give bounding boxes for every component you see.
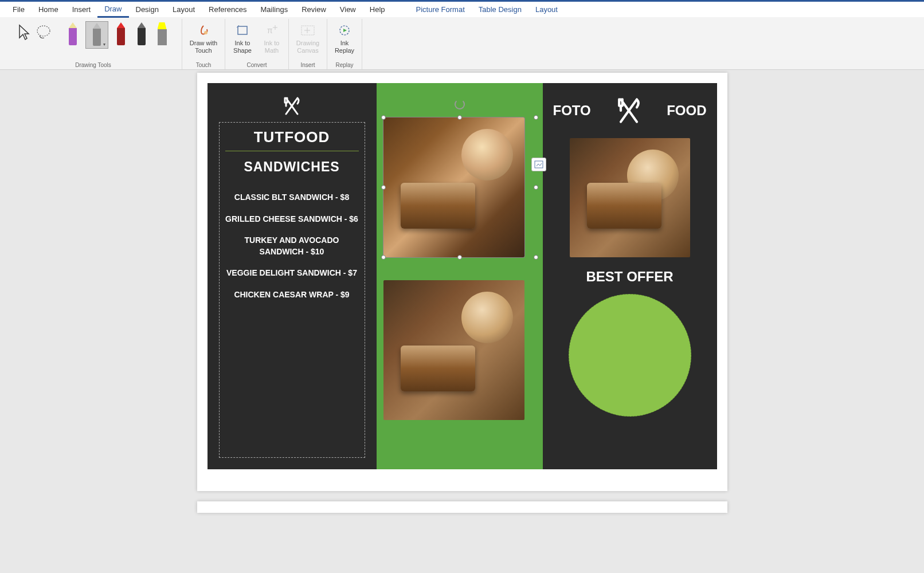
tab-mailings[interactable]: Mailings (254, 2, 295, 17)
select-tool[interactable] (17, 21, 32, 44)
selection-handle-tc[interactable] (457, 115, 462, 120)
tab-review[interactable]: Review (295, 2, 333, 17)
flyer-right-panel: FOTO FOOD BEST OFFER (543, 83, 717, 469)
ink-replay-button[interactable]: Ink Replay (332, 21, 357, 56)
lasso-tool[interactable] (36, 21, 51, 44)
tab-view[interactable]: View (333, 2, 363, 17)
menu-item: CHICKEN CAESAR WRAP - $9 (225, 289, 359, 301)
touch-icon (195, 22, 212, 38)
tab-table-design[interactable]: Table Design (472, 2, 528, 17)
selection-handle-bc[interactable] (457, 255, 462, 260)
chevron-down-icon[interactable]: ▾ (103, 42, 105, 47)
pen-gray[interactable]: ▾ (85, 21, 108, 49)
tab-picture-format[interactable]: Picture Format (409, 2, 472, 17)
svg-text:π: π (267, 26, 273, 35)
tab-home[interactable]: Home (32, 2, 65, 17)
tab-layout[interactable]: Layout (166, 2, 202, 17)
selection-handle-tr[interactable] (534, 115, 538, 120)
selection-handle-tl[interactable] (381, 115, 386, 120)
best-offer-label: BEST OFFER (586, 269, 673, 285)
next-page[interactable] (197, 501, 727, 513)
page[interactable]: TUTFOOD SANDWICHES CLASSIC BLT SANDWICH … (197, 73, 727, 491)
food-image-1[interactable] (383, 117, 524, 257)
selection-handle-bl[interactable] (381, 255, 386, 260)
svg-rect-2 (238, 26, 247, 34)
ink-to-math-button: π Ink to Math (260, 21, 284, 56)
offer-circle[interactable] (569, 294, 691, 417)
layout-options-button[interactable] (531, 158, 546, 171)
group-label-drawing-tools: Drawing Tools (75, 61, 111, 69)
utensils-icon (613, 95, 645, 127)
menu-box[interactable]: TUTFOOD SANDWICHES CLASSIC BLT SANDWICH … (219, 122, 365, 458)
tab-references[interactable]: References (202, 2, 253, 17)
group-label-replay: Replay (335, 61, 353, 69)
logo-text-left: FOTO (553, 103, 591, 119)
menu-category: SANDWICHES (225, 159, 359, 175)
rotate-handle[interactable] (455, 99, 465, 109)
selected-image-wrapper[interactable] (383, 117, 536, 257)
menu-item: VEGGIE DELIGHT SANDWICH - $7 (225, 268, 359, 279)
logo-text-right: FOOD (667, 103, 706, 119)
flyer-left-panel: TUTFOOD SANDWICHES CLASSIC BLT SANDWICH … (207, 83, 377, 469)
food-image-2[interactable] (383, 280, 524, 420)
group-label-touch: Touch (196, 61, 212, 69)
tab-insert[interactable]: Insert (65, 2, 98, 17)
menu-title: TUTFOOD (225, 128, 359, 151)
layout-options-icon (534, 160, 543, 168)
svg-point-0 (37, 26, 50, 36)
draw-with-touch-button[interactable]: Draw with Touch (187, 21, 220, 56)
food-image-3[interactable] (570, 138, 690, 257)
ink-shape-icon (234, 22, 250, 38)
svg-point-1 (204, 31, 207, 34)
ink-to-shape-button[interactable]: Ink to Shape (230, 21, 255, 56)
ribbon-toolbar: ▾ Drawing Tools Draw with Touch Touch (0, 17, 924, 70)
selection-handle-mr[interactable] (534, 185, 538, 190)
group-label-convert: Convert (246, 61, 267, 69)
highlighter-yellow[interactable] (154, 21, 170, 49)
ink-math-icon: π (264, 22, 280, 38)
document-area[interactable]: TUTFOOD SANDWICHES CLASSIC BLT SANDWICH … (0, 70, 924, 573)
ribbon-tabs: File Home Insert Draw Design Layout Refe… (0, 0, 924, 17)
canvas-icon (300, 22, 316, 38)
menu-item: GRILLED CHEESE SANDWICH - $6 (225, 214, 359, 225)
pen-black[interactable] (134, 21, 150, 49)
tab-help[interactable]: Help (363, 2, 392, 17)
menu-item: CLASSIC BLT SANDWICH - $8 (225, 192, 359, 203)
flyer: TUTFOOD SANDWICHES CLASSIC BLT SANDWICH … (207, 83, 717, 469)
menu-item: TURKEY AND AVOCADO SANDWICH - $10 (225, 235, 359, 257)
flyer-middle-panel (377, 83, 543, 469)
utensils-icon (280, 95, 303, 117)
selection-handle-ml[interactable] (381, 185, 386, 190)
tab-file[interactable]: File (6, 2, 32, 17)
pen-purple[interactable] (65, 21, 81, 49)
tab-design[interactable]: Design (129, 2, 166, 17)
group-label-insert: Insert (300, 61, 315, 69)
tab-table-layout[interactable]: Layout (528, 2, 565, 17)
selection-handle-br[interactable] (534, 255, 538, 260)
drawing-canvas-button: Drawing Canvas (293, 21, 322, 56)
pen-red[interactable] (113, 21, 129, 49)
replay-icon (336, 22, 353, 38)
tab-draw[interactable]: Draw (97, 2, 128, 18)
